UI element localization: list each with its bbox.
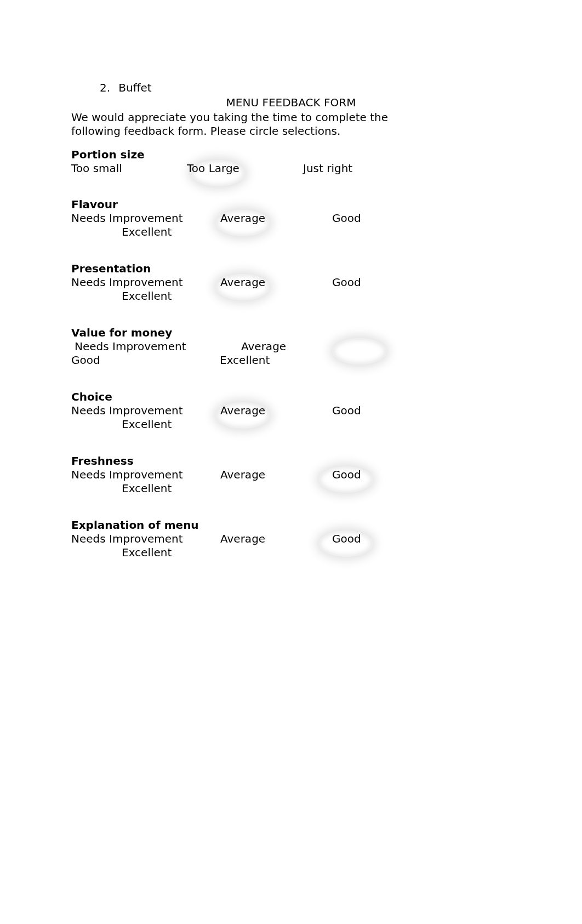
option-too-small[interactable]: Too small <box>71 162 122 175</box>
option-needs-improvement[interactable]: Needs Improvement <box>71 532 183 546</box>
option-good[interactable]: Good <box>332 276 361 289</box>
option-needs-improvement[interactable]: Needs Improvement <box>75 340 186 353</box>
option-needs-improvement[interactable]: Needs Improvement <box>71 468 183 482</box>
option-good[interactable]: Good <box>332 468 361 482</box>
section-title: Choice <box>71 390 511 404</box>
option-good[interactable]: Good <box>332 212 361 225</box>
list-number: 2. <box>100 81 115 95</box>
option-too-large[interactable]: Too Large <box>187 162 239 175</box>
section-presentation: Presentation Needs Improvement Average G… <box>71 262 511 317</box>
section-title: Portion size <box>71 148 511 162</box>
option-average[interactable]: Average <box>220 276 265 289</box>
option-excellent[interactable]: Excellent <box>122 225 172 239</box>
section-explanation-of-menu: Explanation of menu Needs Improvement Av… <box>71 518 511 574</box>
option-needs-improvement[interactable]: Needs Improvement <box>71 404 183 418</box>
option-average[interactable]: Average <box>241 340 286 353</box>
ordered-list-item: 2. Buffet <box>71 81 511 95</box>
option-excellent[interactable]: Excellent <box>220 353 270 367</box>
option-excellent[interactable]: Excellent <box>122 289 172 303</box>
section-title: Flavour <box>71 198 511 212</box>
option-average[interactable]: Average <box>220 468 265 482</box>
feedback-form-page: 2. Buffet MENU FEEDBACK FORM We would ap… <box>0 0 582 924</box>
option-excellent[interactable]: Excellent <box>122 546 172 560</box>
section-choice: Choice Needs Improvement Average Good Ex… <box>71 390 511 446</box>
option-good[interactable]: Good <box>71 353 100 367</box>
option-good[interactable]: Good <box>332 404 361 418</box>
option-just-right[interactable]: Just right <box>303 162 352 175</box>
section-flavour: Flavour Needs Improvement Average Good E… <box>71 198 511 253</box>
option-excellent[interactable]: Excellent <box>122 482 172 495</box>
section-title: Freshness <box>71 454 511 468</box>
option-average[interactable]: Average <box>220 212 265 225</box>
option-needs-improvement[interactable]: Needs Improvement <box>71 276 183 289</box>
option-average[interactable]: Average <box>220 532 265 546</box>
section-title: Explanation of menu <box>71 518 511 532</box>
section-title: Value for money <box>71 326 511 340</box>
option-average[interactable]: Average <box>220 404 265 418</box>
section-title: Presentation <box>71 262 511 276</box>
list-label: Buffet <box>118 81 151 94</box>
option-needs-improvement[interactable]: Needs Improvement <box>71 212 183 225</box>
section-portion-size: Portion size Too small Too Large Just ri… <box>71 148 511 189</box>
section-freshness: Freshness Needs Improvement Average Good… <box>71 454 511 510</box>
form-intro: We would appreciate you taking the time … <box>71 111 411 138</box>
option-good[interactable]: Good <box>332 532 361 546</box>
option-excellent[interactable]: Excellent <box>122 418 172 431</box>
form-title: MENU FEEDBACK FORM <box>71 96 511 110</box>
section-value-for-money: Value for money Needs Improvement Averag… <box>71 326 511 381</box>
